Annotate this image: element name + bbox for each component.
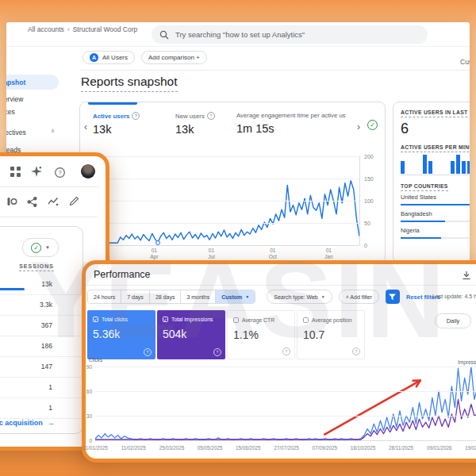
- tab-custom[interactable]: Custom▼: [216, 290, 255, 303]
- sessions-bar: [0, 288, 25, 290]
- help-icon[interactable]: ?: [213, 348, 221, 356]
- chevron-left-icon[interactable]: ‹: [84, 121, 87, 132]
- gridline: [80, 201, 359, 202]
- x-tick: 19/02/2026: [465, 445, 476, 451]
- x-tick: 01/01/2025: [83, 445, 108, 451]
- chevron-right-icon[interactable]: ›: [357, 121, 360, 132]
- minute-bar: [451, 161, 455, 174]
- gridline: [80, 223, 359, 224]
- info-icon[interactable]: ?: [207, 112, 215, 120]
- apps-grid-icon[interactable]: [10, 166, 21, 180]
- search-bar[interactable]: Try searching "how to set up Analytics": [152, 25, 428, 44]
- tab-28-days[interactable]: 28 days: [150, 290, 182, 303]
- sessions-value: 367: [41, 321, 52, 329]
- average-position-value: 10.7: [303, 328, 359, 341]
- country-row: United States: [401, 194, 470, 205]
- date-range-label[interactable]: Custom: [460, 58, 470, 66]
- sessions-column-header[interactable]: SESSIONS: [19, 263, 54, 271]
- help-icon[interactable]: ?: [282, 347, 290, 355]
- table-row: 147: [0, 357, 84, 378]
- performance-window: Performance 24 hours 7 days 28 days 3 mo…: [82, 260, 476, 463]
- last30-value: 6: [401, 121, 470, 137]
- active-metric-indicator: [88, 102, 137, 105]
- checkbox-checked-icon[interactable]: ✓: [93, 317, 98, 322]
- caret-down-icon: ▼: [321, 294, 325, 299]
- app-toolbar: ?: [0, 164, 98, 182]
- sidebar-item-realtime-overview[interactable]: Realtime overview: [6, 95, 23, 103]
- search-icon: [159, 30, 169, 40]
- gridline: [95, 416, 476, 416]
- total-clicks-card[interactable]: ✓Total clicks 5.36k ?: [87, 310, 155, 359]
- metric-engagement-time[interactable]: Average engagement time per active us 1m…: [236, 112, 346, 135]
- average-ctr-card[interactable]: ✓Average CTR 1.1% ?: [227, 310, 295, 359]
- sparkle-icon[interactable]: [31, 166, 42, 180]
- search-type-filter[interactable]: Search type: Web▼: [267, 290, 332, 304]
- last30-label: ACTIVE USERS IN LAST 30 MIN: [401, 109, 470, 115]
- filter-button[interactable]: [386, 290, 400, 304]
- comparison-toolbar: A All Users Add comparison +: [83, 51, 207, 64]
- breadcrumb: All accounts›Structural Wood Corp: [28, 25, 137, 33]
- country-name: Nigeria: [401, 227, 470, 237]
- country-bar: [401, 204, 470, 205]
- status-check-icon[interactable]: ✓: [367, 120, 378, 130]
- x-tick: 01Apr: [150, 248, 158, 260]
- checkbox-unchecked-icon[interactable]: ✓: [303, 317, 309, 323]
- tab-3-months[interactable]: 3 months: [181, 290, 216, 303]
- help-icon[interactable]: ?: [55, 167, 65, 181]
- info-icon[interactable]: ?: [132, 112, 140, 120]
- sessions-value: 1: [48, 383, 52, 391]
- sessions-value: 13k: [41, 280, 52, 288]
- view-traffic-acquisition-link[interactable]: View traffic acquisition→: [0, 419, 55, 427]
- breadcrumb-all-accounts[interactable]: All accounts: [28, 25, 64, 33]
- average-ctr-value: 1.1%: [233, 328, 289, 341]
- daily-granularity-button[interactable]: Daily: [435, 313, 471, 328]
- share-icon[interactable]: [27, 196, 37, 210]
- caret-down-icon: ▼: [45, 245, 50, 250]
- export-download-icon[interactable]: [462, 269, 471, 283]
- quality-check-icon: ✓: [31, 243, 41, 253]
- edit-pencil-icon[interactable]: [69, 195, 79, 209]
- average-position-card[interactable]: ✓Average position 10.7 ?: [297, 310, 365, 359]
- metric-new-users[interactable]: New users? 13k: [175, 112, 215, 136]
- sessions-card: ✓ ▼ SESSIONS 13k3.3k36718614711 View tra…: [0, 226, 83, 434]
- metric-active-users[interactable]: Active users? 13k: [93, 112, 140, 136]
- sidebar-item-reports-snapshot[interactable]: Reports snapshot: [6, 75, 59, 90]
- all-users-chip[interactable]: A All Users: [83, 51, 135, 64]
- avatar[interactable]: [81, 164, 95, 178]
- total-impressions-card[interactable]: ✓Total impressions 504k ?: [157, 310, 225, 359]
- help-icon[interactable]: ?: [352, 347, 360, 355]
- desktop-background: All accounts›Structural Wood Corp Try se…: [0, 0, 476, 476]
- add-filter-button[interactable]: + Add filter: [339, 290, 379, 304]
- sidebar-item-objectives[interactable]: Objectives: [6, 129, 26, 136]
- x-tick: 01Oct: [269, 248, 277, 260]
- table-row: 1: [0, 398, 84, 419]
- breadcrumb-property[interactable]: Structural Wood Corp: [73, 25, 138, 33]
- gridline: [95, 440, 476, 441]
- performance-chart: [95, 367, 476, 440]
- country-bar: [401, 237, 470, 239]
- country-name: United States: [401, 194, 470, 204]
- minute-bar: [456, 155, 460, 174]
- y-tick: 0: [89, 438, 92, 443]
- table-row: 13k: [0, 274, 84, 295]
- x-tick: 07/09/2025: [312, 445, 337, 451]
- insights-icon[interactable]: [48, 196, 59, 210]
- x-tick: 01Jul: [208, 248, 214, 260]
- x-tick: 15/06/2025: [236, 445, 261, 451]
- tab-24-hours[interactable]: 24 hours: [88, 290, 121, 303]
- add-comparison-button[interactable]: Add comparison +: [141, 51, 207, 64]
- help-icon[interactable]: ?: [144, 348, 152, 356]
- minute-bar: [401, 161, 405, 174]
- y-tick: 100: [364, 198, 374, 204]
- sidebar-item-audiences[interactable]: Audiences: [6, 108, 15, 116]
- sampling-status-dropdown[interactable]: ✓ ▼: [22, 238, 59, 257]
- total-clicks-value: 5.36k: [93, 328, 150, 340]
- checkbox-checked-icon[interactable]: ✓: [163, 317, 168, 322]
- comparison-icon[interactable]: [6, 196, 17, 210]
- arrow-right-icon: →: [48, 419, 55, 427]
- tab-7-days[interactable]: 7 days: [121, 290, 150, 303]
- chevron-up-icon[interactable]: ∧: [51, 128, 55, 134]
- checkbox-unchecked-icon[interactable]: ✓: [233, 317, 239, 323]
- country-row: Bangladesh: [401, 210, 470, 222]
- minute-bar: [423, 155, 427, 174]
